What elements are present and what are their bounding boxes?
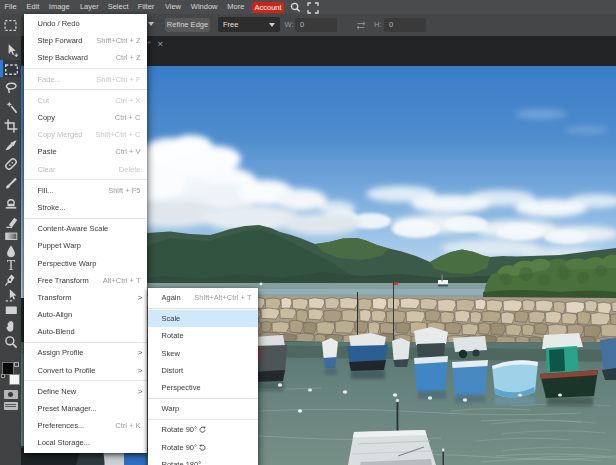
- svg-text:T: T: [6, 258, 15, 272]
